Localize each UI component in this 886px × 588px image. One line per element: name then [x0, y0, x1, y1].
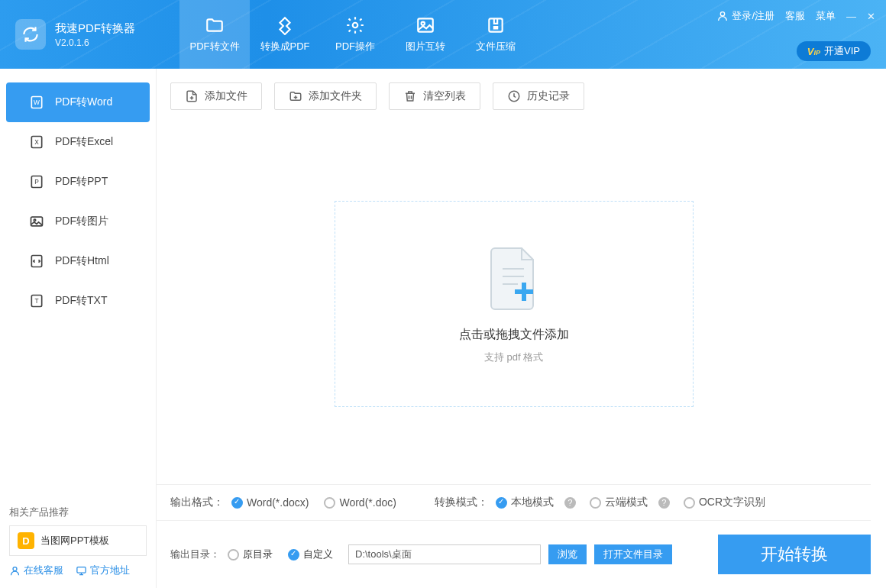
- header-right: 登录/注册 客服 菜单 — ✕: [716, 9, 875, 23]
- related-products-title: 相关产品推荐: [9, 506, 147, 519]
- radio-docx[interactable]: Word(*.docx): [231, 496, 309, 509]
- clock-icon: [507, 89, 521, 103]
- add-folder-button[interactable]: 添加文件夹: [274, 82, 377, 110]
- svg-point-4: [721, 12, 725, 16]
- official-site-link[interactable]: 官方地址: [76, 564, 130, 577]
- sidebar-item-html[interactable]: PDF转Html: [0, 241, 156, 281]
- trash-icon: [403, 89, 417, 103]
- template-icon: D: [18, 532, 34, 549]
- sidebar-item-label: PDF转Excel: [55, 135, 113, 149]
- nav-to-pdf[interactable]: 转换成PDF: [250, 0, 320, 69]
- svg-point-0: [353, 23, 358, 28]
- radio-ocr-mode[interactable]: OCR文字识别: [684, 496, 765, 509]
- svg-text:W: W: [34, 99, 40, 106]
- svg-text:X: X: [34, 138, 39, 146]
- nav-compress[interactable]: 文件压缩: [461, 0, 531, 69]
- nav-label: 图片互转: [406, 40, 445, 53]
- toolbar: 添加文件 添加文件夹 清空列表 历史记录: [157, 69, 871, 124]
- options-row: 输出格式： Word(*.docx) Word(*.doc) 转换模式： 本地模…: [157, 484, 871, 520]
- sidebar-item-txt[interactable]: T PDF转TXT: [0, 281, 156, 321]
- svg-text:P: P: [34, 178, 39, 186]
- headset-icon: [9, 565, 21, 577]
- svg-point-16: [13, 567, 17, 570]
- monitor-icon: [76, 565, 87, 577]
- output-path-input[interactable]: [348, 544, 541, 564]
- logo-block: 我速PDF转换器 V2.0.1.6: [0, 0, 157, 69]
- folder-plus-icon: [289, 89, 302, 103]
- history-button[interactable]: 历史记录: [493, 82, 584, 110]
- nav-pdf-ops[interactable]: PDF操作: [320, 0, 390, 69]
- radio-original-dir[interactable]: 原目录: [228, 548, 273, 561]
- add-file-button[interactable]: 添加文件: [170, 82, 262, 110]
- radio-doc[interactable]: Word(*.doc): [324, 496, 396, 509]
- output-dir-row: 输出目录： 原目录 自定义 浏览 打开文件目录 开始转换: [157, 520, 871, 588]
- vip-crown-icon: VIP: [807, 46, 820, 57]
- document-add-icon: [487, 244, 541, 313]
- radio-custom-dir[interactable]: 自定义: [288, 548, 333, 561]
- sidebar-item-label: PDF转TXT: [55, 294, 107, 308]
- sidebar-item-word[interactable]: W PDF转Word: [6, 82, 150, 122]
- nav-image-convert[interactable]: 图片互转: [390, 0, 461, 69]
- related-product-label: 当图网PPT模板: [40, 534, 109, 548]
- app-version: V2.0.1.6: [55, 37, 135, 48]
- sidebar-item-label: PDF转Html: [55, 254, 109, 268]
- html-icon: [29, 254, 44, 269]
- sidebar-item-image[interactable]: PDF转图片: [0, 202, 156, 241]
- menu-link[interactable]: 菜单: [816, 9, 836, 23]
- output-dir-label: 输出目录：: [170, 548, 220, 561]
- nav-label: PDF操作: [335, 40, 375, 53]
- convert-mode-label: 转换模式：: [435, 496, 488, 509]
- sidebar-item-label: PDF转Word: [55, 95, 112, 109]
- svg-rect-17: [77, 567, 86, 573]
- image-icon: [29, 214, 44, 229]
- excel-icon: X: [29, 134, 44, 150]
- related-product-item[interactable]: D 当图网PPT模板: [9, 525, 147, 556]
- online-support-link[interactable]: 在线客服: [9, 564, 63, 577]
- file-dropzone[interactable]: 点击或拖拽文件添加 支持 pdf 格式: [335, 201, 694, 407]
- svg-point-2: [422, 22, 425, 25]
- nav-label: PDF转文件: [190, 40, 240, 53]
- svg-text:T: T: [34, 297, 38, 305]
- browse-button[interactable]: 浏览: [548, 544, 587, 564]
- start-convert-button[interactable]: 开始转换: [718, 535, 871, 574]
- nav-label: 文件压缩: [476, 40, 516, 53]
- close-icon[interactable]: ✕: [867, 11, 875, 22]
- login-link[interactable]: 登录/注册: [716, 9, 774, 23]
- top-nav: PDF转文件 转换成PDF PDF操作 图片互转 文件压缩: [179, 0, 531, 69]
- dropzone-subtitle: 支持 pdf 格式: [484, 351, 543, 364]
- sidebar-item-label: PDF转PPT: [55, 175, 108, 189]
- file-plus-icon: [185, 89, 199, 103]
- sidebar-item-ppt[interactable]: P PDF转PPT: [0, 162, 156, 202]
- app-name: 我速PDF转换器: [55, 21, 135, 36]
- support-link[interactable]: 客服: [785, 9, 805, 23]
- open-folder-button[interactable]: 打开文件目录: [594, 544, 672, 564]
- minimize-icon[interactable]: —: [846, 11, 856, 22]
- sidebar-item-label: PDF转图片: [55, 215, 108, 228]
- main-panel: 添加文件 添加文件夹 清空列表 历史记录: [157, 69, 886, 588]
- txt-icon: T: [29, 293, 44, 309]
- dropzone-title: 点击或拖拽文件添加: [459, 327, 569, 343]
- sidebar: W PDF转Word X PDF转Excel P PDF转PPT PDF转图片 …: [0, 69, 157, 588]
- app-logo-icon: [15, 19, 46, 50]
- nav-label: 转换成PDF: [260, 40, 310, 53]
- svg-point-12: [34, 219, 36, 221]
- app-header: 我速PDF转换器 V2.0.1.6 PDF转文件 转换成PDF PDF操作 图片…: [0, 0, 886, 69]
- clear-list-button[interactable]: 清空列表: [389, 82, 480, 110]
- output-format-label: 输出格式：: [170, 496, 224, 509]
- nav-pdf-to-file[interactable]: PDF转文件: [179, 0, 250, 69]
- user-icon: [716, 10, 729, 22]
- help-icon[interactable]: ?: [564, 497, 576, 509]
- vip-badge[interactable]: VIP 开通VIP: [797, 41, 871, 61]
- word-icon: W: [29, 95, 44, 110]
- ppt-icon: P: [29, 174, 44, 189]
- radio-cloud-mode[interactable]: 云端模式: [590, 496, 648, 509]
- radio-local-mode[interactable]: 本地模式: [496, 496, 554, 509]
- sidebar-item-excel[interactable]: X PDF转Excel: [0, 122, 156, 162]
- svg-rect-3: [489, 18, 502, 31]
- help-icon[interactable]: ?: [658, 497, 670, 509]
